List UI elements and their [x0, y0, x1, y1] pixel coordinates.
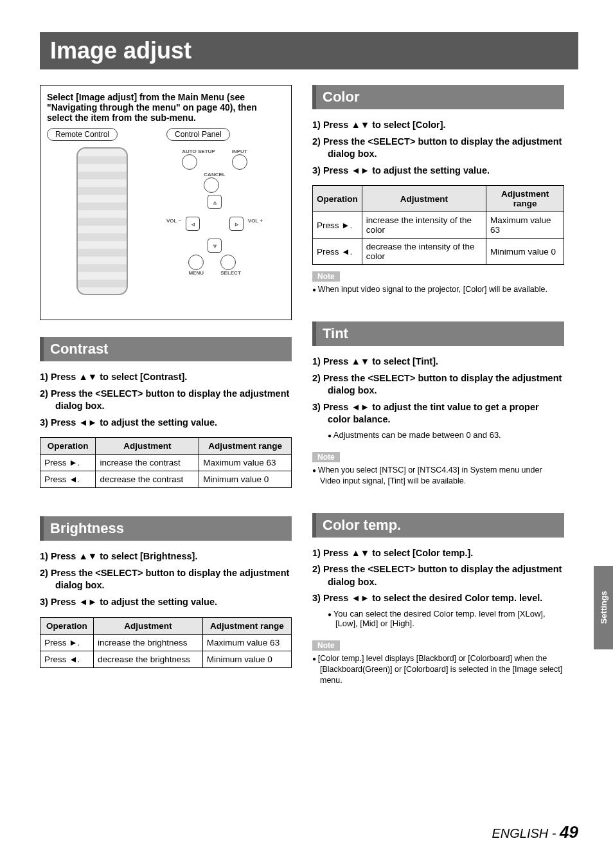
right-column: Color 1) Press ▲▼ to select [Color]. 2) …: [312, 85, 564, 687]
th-range: Adjustment range: [199, 438, 292, 455]
cell: Maximum value 63: [202, 634, 291, 651]
cell: Maximum value 63: [199, 455, 292, 471]
th-adjustment: Adjustment: [96, 438, 199, 455]
color-note-label: Note: [312, 271, 340, 282]
colortemp-step-2: 2) Press the <SELECT> button to display …: [312, 561, 564, 590]
select-label: SELECT: [220, 270, 241, 276]
table-row: Press ►. increase the contrast Maximum v…: [40, 455, 292, 471]
colortemp-sub-1: You can select the desired Color temp. l…: [328, 608, 564, 629]
cell: Press ►.: [313, 212, 362, 239]
th-operation: Operation: [313, 186, 362, 212]
colortemp-heading: Color temp.: [312, 513, 564, 538]
cell: Press ◄.: [40, 471, 96, 488]
cell: increase the contrast: [96, 455, 199, 471]
brightness-table: Operation Adjustment Adjustment range Pr…: [40, 617, 292, 668]
color-heading: Color: [312, 85, 564, 109]
brightness-step-1: 1) Press ▲▼ to select [Brightness].: [40, 548, 292, 565]
page: Settings Image adjust Select [Image adju…: [0, 0, 613, 868]
color-step-3: 3) Press ◄► to adjust the setting value.: [312, 163, 564, 179]
contrast-step-3: 3) Press ◄► to adjust the setting value.: [40, 415, 292, 431]
tint-step-1: 1) Press ▲▼ to select [Tint].: [312, 354, 564, 370]
cell: Minimum value 0: [486, 239, 564, 265]
colortemp-step-1: 1) Press ▲▼ to select [Color temp.].: [312, 545, 564, 562]
page-title: Image adjust: [40, 32, 578, 69]
remote-icon: [76, 147, 128, 295]
contrast-step-2: 2) Press the <SELECT> button to display …: [40, 386, 292, 415]
dpad-up-icon: ▵: [208, 195, 222, 209]
contrast-heading: Contrast: [40, 337, 292, 361]
th-adjustment: Adjustment: [362, 186, 486, 212]
device-row: Remote Control Control Panel AUTO SETUP: [47, 128, 285, 312]
table-header-row: Operation Adjustment Adjustment range: [40, 617, 292, 634]
tint-note-label: Note: [312, 452, 340, 462]
table-row: Press ◄. decrease the contrast Minimum v…: [40, 471, 292, 488]
colortemp-note-list: [Color temp.] level displays [Blackbord]…: [312, 653, 564, 687]
th-operation: Operation: [40, 617, 94, 634]
colortemp-steps: 1) Press ▲▼ to select [Color temp.]. 2) …: [312, 545, 564, 607]
cancel-button-icon: [204, 177, 219, 193]
cell: decrease the contrast: [96, 471, 199, 488]
side-tab-settings: Settings: [594, 566, 613, 649]
cell: Minimum value 0: [202, 651, 291, 667]
colortemp-step-3: 3) Press ◄► to select the desired Color …: [312, 590, 564, 607]
table-row: Press ►. increase the intensity of the c…: [313, 212, 564, 239]
control-panel-label: Control Panel: [166, 128, 230, 141]
contrast-steps: 1) Press ▲▼ to select [Contrast]. 2) Pre…: [40, 369, 292, 431]
cell: Press ►.: [40, 455, 96, 471]
dpad-right-icon: ▹: [229, 217, 244, 231]
tint-steps: 1) Press ▲▼ to select [Tint]. 2) Press t…: [312, 354, 564, 428]
menu-button-icon: [188, 255, 204, 270]
table-row: Press ►. increase the brightness Maximum…: [40, 634, 292, 651]
tint-heading: Tint: [312, 321, 564, 346]
table-row: Press ◄. decrease the brightness Minimum…: [40, 651, 292, 667]
cell: Press ◄.: [313, 239, 362, 265]
vol-minus-label: VOL −: [166, 218, 181, 224]
auto-setup-button-icon: [182, 154, 197, 170]
brightness-step-2: 2) Press the <SELECT> button to display …: [40, 565, 292, 594]
th-adjustment: Adjustment: [94, 617, 203, 634]
brightness-heading: Brightness: [40, 516, 292, 541]
input-button-icon: [232, 154, 247, 170]
color-note-1: When input video signal to the projector…: [312, 284, 564, 296]
tint-note-1: When you select [NTSC] or [NTSC4.43] in …: [312, 464, 564, 487]
dpad-left-icon: ◃: [186, 217, 200, 231]
color-steps: 1) Press ▲▼ to select [Color]. 2) Press …: [312, 117, 564, 179]
table-row: Press ◄. decrease the intensity of the c…: [313, 239, 564, 265]
vol-plus-label: VOL +: [248, 218, 263, 224]
tint-note-list: When you select [NTSC] or [NTSC4.43] in …: [312, 464, 564, 487]
brightness-step-3: 3) Press ◄► to adjust the setting value.: [40, 594, 292, 611]
input-label: INPUT: [232, 149, 247, 154]
tint-step-2: 2) Press the <SELECT> button to display …: [312, 370, 564, 399]
cell: Press ◄.: [40, 651, 94, 667]
color-step-1: 1) Press ▲▼ to select [Color].: [312, 117, 564, 134]
cell: decrease the brightness: [94, 651, 203, 667]
control-panel-illustration: AUTO SETUP INPUT CANCEL: [166, 145, 263, 280]
auto-setup-label: AUTO SETUP: [182, 149, 215, 154]
colortemp-note-label: Note: [312, 640, 340, 651]
table-header-row: Operation Adjustment Adjustment range: [313, 186, 564, 212]
remote-control-label: Remote Control: [47, 128, 118, 141]
cell: decrease the intensity of the color: [362, 239, 486, 265]
footer-lang: ENGLISH -: [492, 826, 560, 840]
intro-box: Select [Image adjust] from the Main Menu…: [40, 85, 292, 320]
page-footer: ENGLISH - 49: [492, 822, 579, 842]
cell: Minimum value 0: [199, 471, 292, 488]
colortemp-sub-bullets: You can select the desired Color temp. l…: [312, 608, 564, 629]
control-panel-block: Control Panel AUTO SETUP INPUT: [166, 128, 263, 312]
remote-control-block: Remote Control: [47, 128, 157, 312]
colortemp-note-1: [Color temp.] level displays [Blackbord]…: [312, 653, 564, 687]
tint-sub-1: Adjustments can be made between 0 and 63…: [328, 429, 564, 440]
footer-page-num: 49: [560, 822, 578, 842]
cell: Press ►.: [40, 634, 94, 651]
remote-control-illustration: [47, 145, 157, 312]
th-range: Adjustment range: [486, 186, 564, 212]
th-range: Adjustment range: [202, 617, 291, 634]
select-button-icon: [220, 255, 236, 270]
intro-text: Select [Image adjust] from the Main Menu…: [47, 92, 285, 123]
cell: increase the brightness: [94, 634, 203, 651]
th-operation: Operation: [40, 438, 96, 455]
table-header-row: Operation Adjustment Adjustment range: [40, 438, 292, 455]
cancel-label: CANCEL: [204, 172, 225, 177]
color-note-list: When input video signal to the projector…: [312, 284, 564, 296]
color-table: Operation Adjustment Adjustment range Pr…: [312, 185, 564, 265]
